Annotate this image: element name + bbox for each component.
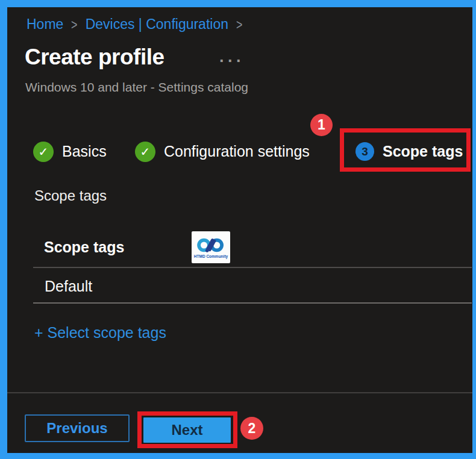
breadcrumb: Home > Devices | Configuration >: [27, 16, 243, 33]
tab-basics[interactable]: ✓ Basics: [33, 140, 107, 163]
table-row: Default: [45, 278, 92, 295]
next-button[interactable]: Next: [143, 417, 231, 443]
tab-scope-tags[interactable]: 3 Scope tags: [355, 140, 463, 163]
previous-button[interactable]: Previous: [25, 414, 130, 442]
table-header-divider: [33, 267, 472, 268]
create-profile-screen: Home > Devices | Configuration > Create …: [0, 0, 476, 459]
step-number-badge: 3: [355, 142, 374, 161]
htmd-community-logo: HTMD Community: [192, 231, 230, 263]
check-icon: ✓: [135, 142, 155, 162]
breadcrumb-home-link[interactable]: Home: [27, 16, 63, 33]
select-scope-tags-link[interactable]: + Select scope tags: [34, 324, 166, 342]
breadcrumb-devices-configuration-link[interactable]: Devices | Configuration: [86, 16, 228, 33]
table-column-header-scope-tags: Scope tags: [44, 239, 124, 256]
tab-scope-tags-label: Scope tags: [383, 143, 463, 160]
htmd-logo-text: HTMD Community: [194, 254, 228, 258]
chevron-right-icon: >: [236, 16, 242, 33]
tab-basics-label: Basics: [62, 143, 107, 160]
page-subtitle: Windows 10 and later - Settings catalog: [25, 80, 248, 95]
htmd-logo-icon: [197, 237, 225, 254]
table-row-divider: [33, 302, 472, 304]
page-panel: [7, 7, 472, 453]
ellipsis-menu-icon[interactable]: ···: [219, 52, 245, 70]
page-title: Create profile: [25, 45, 164, 70]
tab-configuration-settings-label: Configuration settings: [164, 143, 310, 160]
chevron-right-icon: >: [71, 16, 77, 33]
tab-configuration-settings[interactable]: ✓ Configuration settings: [135, 140, 310, 163]
footer-divider: [7, 392, 472, 393]
section-label-scope-tags: Scope tags: [34, 187, 107, 204]
check-icon: ✓: [33, 142, 54, 162]
